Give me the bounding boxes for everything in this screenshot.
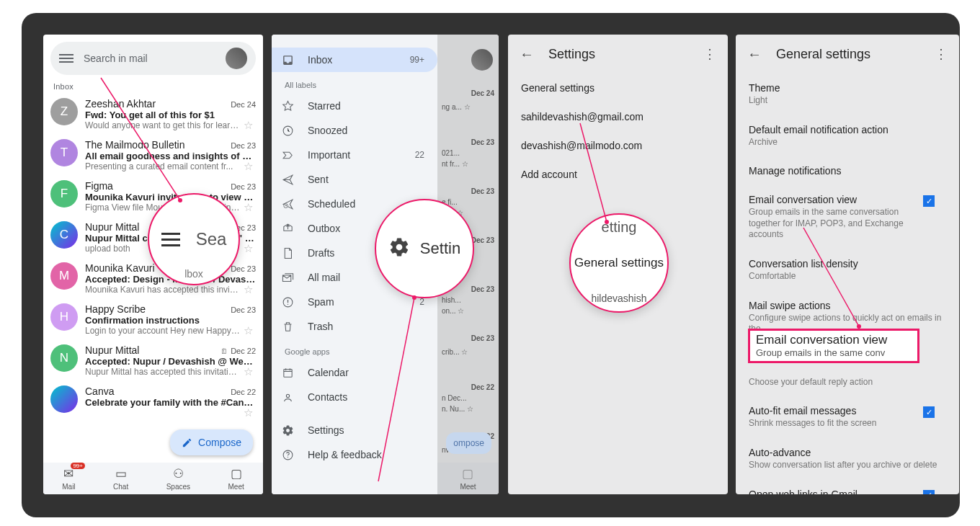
pencil-icon (182, 437, 192, 448)
nav-mail[interactable]: ✉99+Mail (62, 466, 75, 491)
mail-item[interactable]: T The Mailmodo BulletinDec 23 All email … (43, 133, 263, 174)
gear-icon (388, 236, 410, 261)
appbar-title: General settings (776, 47, 920, 62)
mail-item: Dec 23021...nt fr... ☆ (437, 133, 499, 182)
zoom-lens-menu: Sea lbox (148, 193, 240, 285)
help-icon (282, 449, 295, 461)
screenshot-general-settings: ← General settings ⋮ ThemeLightDefault e… (736, 35, 959, 494)
highlight-conversation-view: Email conversation view Group emails in … (748, 329, 919, 363)
checkbox-icon[interactable]: ✓ (923, 406, 935, 418)
checkbox-icon[interactable]: ✓ (923, 490, 935, 494)
setting[interactable]: Open web links in GmailTurn on for faste… (749, 480, 946, 494)
mail-item[interactable]: Z Zeeshan AkhtarDec 24 Fwd: You get all … (43, 92, 263, 133)
drawer-item-starred[interactable]: Starred (272, 94, 437, 118)
overflow-icon[interactable]: ⋮ (935, 46, 948, 62)
compose-button[interactable]: Compose (170, 429, 253, 455)
drawer-item-contacts[interactable]: Contacts (272, 385, 437, 409)
appbar: ← General settings ⋮ (736, 35, 959, 73)
menu-icon[interactable] (59, 54, 74, 63)
svg-rect-4 (284, 369, 292, 377)
drawer-section-google-apps: Google apps (272, 339, 437, 360)
overflow-icon[interactable]: ⋮ (703, 46, 716, 62)
bottom-nav: ✉99+Mail ▭Chat ⚇Spaces ▢Meet (43, 463, 263, 494)
back-icon[interactable]: ← (520, 46, 534, 63)
nav-meet[interactable]: ▢Meet (228, 466, 244, 491)
back-icon[interactable]: ← (747, 46, 762, 63)
setting[interactable]: Email conversation viewGroup emails in t… (749, 185, 946, 249)
account-avatar (471, 49, 493, 71)
allmail-icon (282, 272, 295, 284)
important-icon (282, 149, 295, 161)
drafts-icon (282, 247, 295, 259)
drawer-item-sent[interactable]: Sent (272, 167, 437, 192)
zoom-lens-general: etting General settings hildevashish (569, 213, 669, 313)
nav-spaces[interactable]: ⚇Spaces (166, 466, 190, 491)
mail-item[interactable]: H Happy ScribeDec 23 Confirmation instru… (43, 298, 263, 339)
setting[interactable]: Manage notifications (749, 156, 946, 185)
outbox-icon (282, 223, 295, 235)
settings-item[interactable]: Add account (508, 160, 728, 189)
mail-item: Dec 23crib... ☆ (437, 329, 499, 378)
setting[interactable]: Auto-fit email messagesShrink messages t… (749, 396, 946, 438)
appbar: ← Settings ⋮ (508, 35, 728, 73)
compose-button: ompose (446, 432, 491, 454)
spam-icon (282, 296, 295, 308)
setting[interactable]: ThemeLight (749, 73, 946, 115)
svg-point-5 (286, 394, 289, 397)
search-bar[interactable]: Search in mail (50, 42, 256, 75)
settings-item[interactable]: sahildevashish@gmail.com (508, 102, 728, 131)
drawer-item-trash[interactable]: Trash (272, 314, 437, 339)
drawer-item-settings[interactable]: Settings (272, 418, 437, 442)
trash-icon (282, 321, 295, 333)
account-avatar[interactable] (226, 48, 247, 69)
drawer-item-help-feedback[interactable]: Help & feedback (272, 442, 437, 467)
svg-point-7 (288, 456, 288, 457)
drawer-item-inbox[interactable]: Inbox99+ (272, 48, 437, 72)
scheduled-icon (282, 198, 295, 210)
search-placeholder: Search in mail (84, 53, 226, 64)
inbox-section-label: Inbox (43, 79, 263, 92)
setting[interactable]: Default email notification actionArchive (749, 115, 946, 157)
settings-item[interactable]: devashish@mailmodo.com (508, 131, 728, 160)
drawer-item-snoozed[interactable]: Snoozed (272, 118, 437, 143)
setting[interactable]: Conversation list densityComfortable (749, 249, 946, 291)
inbox-icon (282, 54, 295, 66)
gear-icon (282, 424, 295, 437)
drawer-section-all-labels: All labels (272, 72, 437, 94)
settings-item[interactable]: General settings (508, 73, 728, 102)
nav-chat[interactable]: ▭Chat (113, 466, 128, 491)
drawer-item-calendar[interactable]: Calendar (272, 360, 437, 385)
mail-item[interactable]: CanvaDec 22 Celebrate your family with t… (43, 380, 263, 416)
calendar-icon (282, 367, 295, 379)
star-icon (282, 100, 295, 112)
appbar-title: Settings (548, 47, 689, 62)
svg-point-3 (288, 303, 288, 304)
mail-item[interactable]: F FigmaDec 23 Mounika Kavuri invited you… (43, 174, 263, 215)
mail-item: Dec 22n Dec...n. Nu... ☆ (437, 378, 499, 427)
mail-item[interactable]: N Nupur Mittal🗓Dec 22 Accepted: Nupur / … (43, 339, 263, 380)
mail-item: Dec 24ng a... ☆ (437, 84, 499, 133)
sent-icon (282, 174, 295, 186)
bottom-nav: ▢Meet (437, 463, 499, 494)
drawer-item-important[interactable]: Important22 (272, 143, 437, 167)
clock-icon (282, 125, 295, 137)
checkbox-icon[interactable]: ✓ (923, 195, 935, 207)
setting[interactable]: Auto-advanceShow conversation list after… (749, 438, 946, 480)
menu-icon (161, 233, 180, 246)
contacts-icon (282, 391, 295, 404)
zoom-lens-settings: Settin (375, 199, 474, 298)
tutorial-panel: Search in mail Inbox Z Zeeshan AkhtarDec… (22, 13, 960, 517)
